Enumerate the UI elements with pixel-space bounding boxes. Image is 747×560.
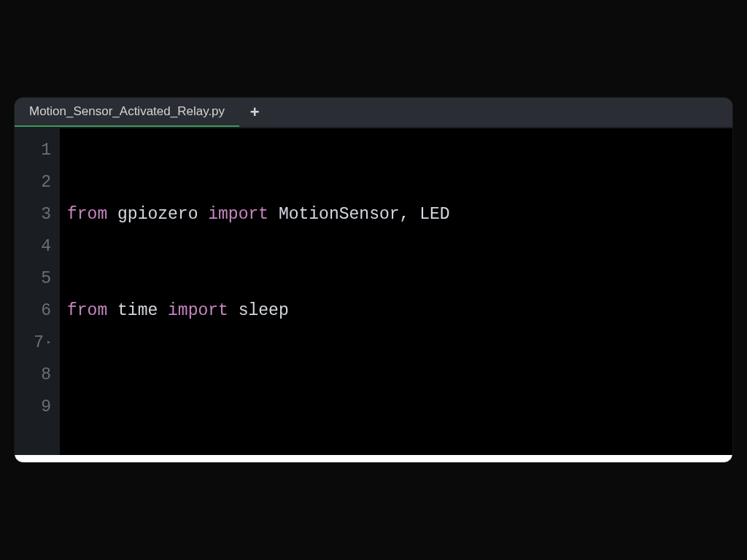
editor-window: Motion_Sensor_Activated_Relay.py + 1 2 3… <box>15 98 732 462</box>
tab-bar: Motion_Sensor_Activated_Relay.py + <box>15 98 732 128</box>
line-number: 4 <box>15 230 51 262</box>
code-editor[interactable]: 1 2 3 4 5 6 7▸ 8 9 from gpiozero import … <box>15 128 732 455</box>
plus-icon: + <box>250 103 260 122</box>
line-number: 9 <box>15 391 51 423</box>
tab-label: Motion_Sensor_Activated_Relay.py <box>29 104 225 119</box>
code-line <box>67 391 732 423</box>
tab-active-file[interactable]: Motion_Sensor_Activated_Relay.py <box>15 98 239 127</box>
fold-indicator-icon[interactable]: ▸ <box>47 327 51 359</box>
window-bottom-edge <box>15 455 732 462</box>
line-number: 5 <box>15 262 51 295</box>
line-number: 7▸ <box>15 327 51 359</box>
new-tab-button[interactable]: + <box>239 98 270 127</box>
line-number: 3 <box>15 198 51 230</box>
code-line: from gpiozero import MotionSensor, LED <box>67 198 732 230</box>
line-number: 2 <box>15 166 51 198</box>
line-number: 8 <box>15 359 51 391</box>
line-number: 1 <box>15 134 51 166</box>
line-number: 6 <box>15 295 51 327</box>
code-line: from time import sleep <box>67 295 732 327</box>
code-content[interactable]: from gpiozero import MotionSensor, LED f… <box>60 128 732 455</box>
line-number-gutter: 1 2 3 4 5 6 7▸ 8 9 <box>15 128 60 455</box>
